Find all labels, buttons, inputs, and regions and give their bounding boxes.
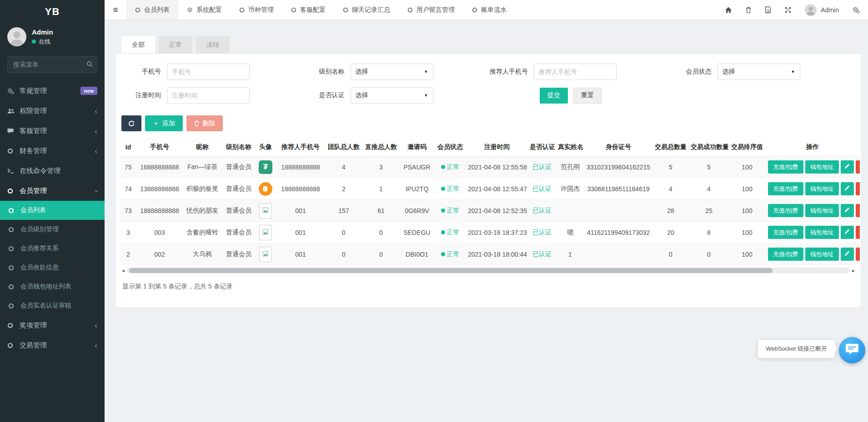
edit-button[interactable] [841,182,854,195]
recharge-button[interactable]: 充值/扣费 [768,226,803,239]
sidebar-subitem-会员级别管理[interactable]: 会员级别管理 [0,220,105,239]
sidebar-subitem-会员钱包地址列表[interactable]: 会员钱包地址列表 [0,277,105,296]
trash-icon[interactable] [746,7,751,13]
circle-icon [8,284,20,290]
cell-direct-total: 0 [362,243,400,265]
delete-button[interactable]: 删除 [186,115,223,131]
verified-badge: 已认证 [532,185,552,192]
search-icon[interactable] [86,61,93,69]
scrollbar-thumb[interactable] [129,268,773,273]
column-header-直推总人数: 直推总人数 [362,139,400,156]
tether-avatar-icon: ₮ [259,160,272,174]
level-select[interactable]: 选择▼ [351,64,433,80]
circle-icon [7,188,20,194]
recharge-button[interactable]: 充值/扣费 [768,182,803,195]
column-header-头像: 头像 [255,139,276,156]
table-row: 2002大乌鸦普通会员00100DBI0O1 正常2021-03-18 18:0… [120,243,860,265]
chevron-down-icon: ▼ [791,70,795,74]
scrollbar-track[interactable] [127,268,850,273]
reset-button[interactable]: 重置 [573,88,602,104]
recharge-button[interactable]: 充值/扣费 [768,204,803,217]
delete-row-button[interactable] [856,226,860,239]
hamburger-icon[interactable]: ≡ [105,0,126,20]
settings-gears-icon[interactable] [853,6,860,14]
edit-button[interactable] [841,248,854,261]
submit-button[interactable]: 提交 [540,88,568,104]
chat-bubble-icon [845,343,859,357]
edit-icon [844,251,850,258]
cell-id-card [584,243,652,265]
topnav-tab-币种管理[interactable]: 币种管理 [231,0,282,20]
cell-trade-success: 0 [689,243,729,265]
topnav-tab-客服配置[interactable]: 客服配置 [282,0,334,20]
content-area: 全部正常冻结 手机号 级别名称 选择▼ 推荐人手机号 [105,20,868,422]
topnav-tab-系统配置[interactable]: 系统配置 [178,0,231,20]
topnav-tab-聊天记录汇总[interactable]: 聊天记录汇总 [334,0,399,20]
wallet-button[interactable]: 钱包地址 [805,226,839,239]
terminal-icon [7,168,20,174]
topnav-tab-用户留言管理[interactable]: 用户留言管理 [399,0,463,20]
referrer-input[interactable] [534,64,617,80]
sidebar: YB Admin 在线 常规管理new权限管理‹客服管理‹财务管理‹在线命令管理… [0,0,105,422]
sidebar-subitem-会员列表[interactable]: 会员列表 [0,201,105,220]
cell-direct-total: 0 [362,222,400,243]
fullscreen-icon[interactable] [785,7,791,13]
refresh-page-icon[interactable] [765,6,771,13]
main-area: ≡ 会员列表系统配置币种管理客服配置聊天记录汇总用户留言管理账单流水 Admin… [105,0,868,422]
add-button[interactable]: ＋添加 [145,115,183,131]
wallet-button[interactable]: 钱包地址 [805,248,839,261]
circle-icon [8,208,20,213]
reg-time-input[interactable] [167,87,250,104]
navbar-user[interactable]: Admin [805,4,839,16]
column-header-团队总人数: 团队总人数 [325,139,362,156]
sidebar-item-会员管理[interactable]: 会员管理‹ [0,181,105,201]
cell-trade-sort: 100 [729,156,765,178]
column-header-推荐人手机号: 推荐人手机号 [276,139,325,156]
delete-row-button[interactable] [856,204,860,217]
topnav-tab-账单流水[interactable]: 账单流水 [463,0,515,20]
delete-row-button[interactable] [856,248,860,261]
wallet-button[interactable]: 钱包地址 [805,160,839,174]
verified-select[interactable]: 选择▼ [351,87,433,104]
sidebar-item-财务管理[interactable]: 财务管理‹ [0,141,105,161]
home-icon[interactable] [725,7,732,13]
cell-status: 正常 [434,178,466,200]
cell-avatar: ₮ [255,156,276,178]
sidebar-item-客服管理[interactable]: 客服管理‹ [0,121,105,141]
recharge-button[interactable]: 充值/扣费 [768,248,803,261]
sidebar-item-奖项管理[interactable]: 奖项管理‹ [0,315,105,335]
cell-team-total: 4 [325,156,362,178]
sidebar-subitem-会员推荐关系[interactable]: 会员推荐关系 [0,239,105,258]
scroll-left-icon[interactable]: ◄ [120,268,127,273]
column-header-交易总数量: 交易总数量 [652,139,689,156]
phone-input[interactable] [167,64,250,80]
sidebar-item-权限管理[interactable]: 权限管理‹ [0,101,105,121]
edit-button[interactable] [841,226,854,239]
status-tab-冻结[interactable]: 冻结 [196,36,230,53]
sidebar-item-在线命令管理[interactable]: 在线命令管理 [0,161,105,181]
wallet-button[interactable]: 钱包地址 [805,182,839,195]
sidebar-item-常规管理[interactable]: 常规管理new [0,81,105,101]
delete-row-button[interactable] [856,182,860,195]
refresh-button[interactable] [121,115,141,131]
status-tab-正常[interactable]: 正常 [159,36,192,53]
search-input[interactable] [7,56,97,73]
sidebar-subitem-会员实名认证审核[interactable]: 会员实名认证审核 [0,296,105,315]
recharge-button[interactable]: 充值/扣费 [768,160,803,174]
edit-button[interactable] [841,204,854,217]
gears-icon [7,88,20,94]
topnav-tab-会员列表[interactable]: 会员列表 [126,0,178,20]
chevron-left-icon: ‹ [95,127,97,135]
status-tab-全部[interactable]: 全部 [121,36,155,53]
user-panel: Admin 在线 [0,24,105,53]
scroll-right-icon[interactable]: ► [850,268,857,273]
sidebar-subitem-会员收款信息[interactable]: 会员收款信息 [0,258,105,277]
sidebar-item-交易管理[interactable]: 交易管理‹ [0,335,105,355]
delete-row-button[interactable] [856,160,860,174]
cell-actions: 充值/扣费钱包地址 [765,243,860,265]
wallet-button[interactable]: 钱包地址 [805,204,839,217]
chat-fab-button[interactable] [839,337,865,363]
cell-nickname: 忧伤的朋友 [182,200,222,222]
edit-button[interactable] [841,160,854,174]
member-status-select[interactable]: 选择▼ [717,64,800,80]
